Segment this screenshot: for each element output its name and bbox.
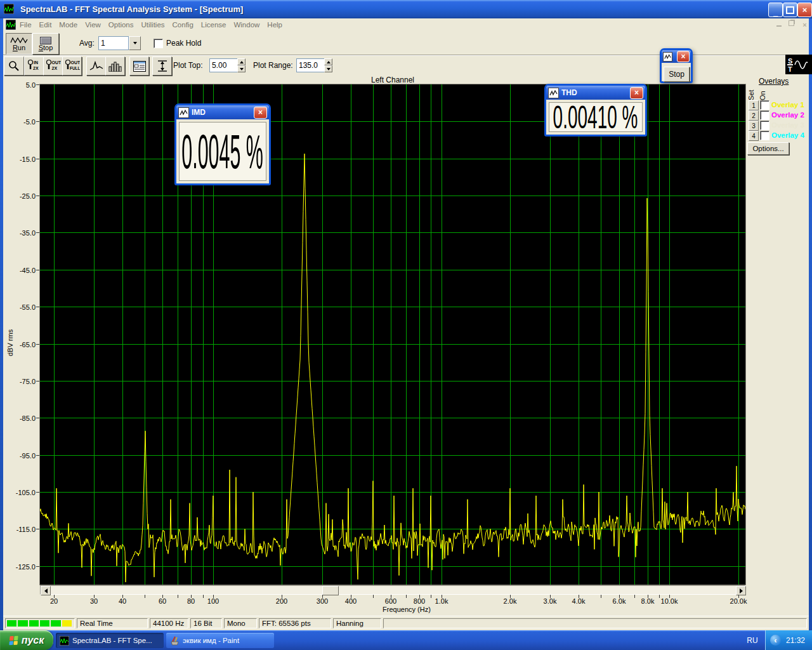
taskbar-clock[interactable]: 21:32 xyxy=(786,636,805,645)
scroll-left-icon[interactable] xyxy=(41,586,51,595)
zoom-in-2x-icon: IN 2X xyxy=(27,59,41,73)
stop-window-titlebar[interactable]: × xyxy=(662,50,691,63)
close-button[interactable]: × xyxy=(797,3,812,17)
peak-hold-checkbox[interactable] xyxy=(154,39,163,48)
histogram-bars-icon xyxy=(108,61,122,72)
menu-file[interactable]: File xyxy=(20,21,32,29)
y-tick-label: -125.0 xyxy=(6,563,36,571)
plot-top-spinner[interactable] xyxy=(237,58,246,72)
vertical-scale-button[interactable] xyxy=(152,56,172,76)
overlay-4-set-button[interactable]: 4 xyxy=(749,131,759,141)
menu-license[interactable]: License xyxy=(201,21,226,29)
overlay-3-set-button[interactable]: 3 xyxy=(749,121,759,131)
y-tick-label: -85.0 xyxy=(6,415,36,422)
zoom-button[interactable] xyxy=(4,56,24,76)
desktop: SpectraLAB - FFT Spectral Analysis Syste… xyxy=(0,0,812,650)
plot-top-input[interactable]: 5.00 xyxy=(209,58,239,72)
menu-view[interactable]: View xyxy=(85,21,101,29)
x-tick-label: 100 xyxy=(199,597,228,605)
language-indicator[interactable]: RU xyxy=(742,630,763,650)
stop-window: × Stop xyxy=(660,48,693,83)
status-mode: Real Time xyxy=(77,618,148,628)
line-plot-mode-button[interactable] xyxy=(86,56,106,76)
mdi-minimize-icon[interactable] xyxy=(774,21,783,29)
status-fft-size: FFT: 65536 pts xyxy=(259,618,331,628)
overlay-2-checkbox[interactable] xyxy=(760,110,769,120)
display-options-button[interactable] xyxy=(129,56,149,76)
x-tick-label: 20.0k xyxy=(724,597,753,605)
task-label: SpectraLAB - FFT Spe... xyxy=(72,637,152,644)
y-tick-label: -65.0 xyxy=(6,341,36,348)
run-button[interactable]: Run xyxy=(6,33,32,55)
overlay-2-set-button[interactable]: 2 xyxy=(749,110,759,121)
stop-window-close-icon[interactable]: × xyxy=(677,51,690,62)
overlay-3-checkbox[interactable] xyxy=(760,121,769,130)
properties-window-icon xyxy=(133,61,146,72)
thd-value: 0.00410 % xyxy=(553,102,638,132)
window-title: SpectraLAB - FFT Spectral Analysis Syste… xyxy=(20,4,243,14)
x-tickmark xyxy=(373,595,374,598)
overlays-title: Overlays xyxy=(759,77,789,86)
y-tick-label: -15.0 xyxy=(6,156,36,163)
y-tick-label: -35.0 xyxy=(6,229,36,237)
y-tick-label: -75.0 xyxy=(6,378,36,385)
start-button[interactable]: пуск xyxy=(0,630,53,650)
thd-close-icon[interactable]: × xyxy=(630,87,643,99)
zoom-in-2x-button[interactable]: IN 2X xyxy=(24,56,44,76)
menu-help[interactable]: Help xyxy=(267,21,282,29)
svg-text:S: S xyxy=(788,57,792,65)
y-tickmark xyxy=(36,492,39,493)
menu-config[interactable]: Config xyxy=(173,21,193,29)
menu-options[interactable]: Options xyxy=(108,21,134,29)
mdi-restore-icon[interactable] xyxy=(787,20,796,28)
plot-range-input[interactable]: 135.0 xyxy=(296,58,325,72)
overlay-1-checkbox[interactable] xyxy=(760,100,769,110)
maximize-button[interactable] xyxy=(783,3,797,17)
y-tickmark xyxy=(36,84,39,85)
taskbar-item-paint[interactable]: эквик имд - Paint xyxy=(166,633,274,648)
y-tick-label: -95.0 xyxy=(6,452,36,460)
thd-value-panel: 0.00410 % xyxy=(549,102,643,132)
taskbar-item-spectralab[interactable]: SpectraLAB - FFT Spe... xyxy=(56,633,164,648)
mdi-close-icon[interactable]: × xyxy=(800,22,809,29)
avg-combobox[interactable]: 1 xyxy=(98,36,141,50)
menu-edit[interactable]: Edit xyxy=(39,21,52,29)
scrollbar-thumb[interactable] xyxy=(322,586,339,595)
menu-mode[interactable]: Mode xyxy=(59,21,77,29)
plot-hscrollbar[interactable] xyxy=(40,585,745,595)
plot-range-label: Plot Range: xyxy=(253,61,293,70)
avg-dropdown-icon[interactable] xyxy=(129,36,141,50)
plot-range-spinner[interactable] xyxy=(324,58,332,72)
y-tick-label: 5.0 xyxy=(6,81,36,89)
status-channels: Mono xyxy=(224,618,257,628)
overlays-options-button[interactable]: Options... xyxy=(747,142,789,155)
plot-top-spin-up-icon[interactable] xyxy=(237,58,246,65)
y-tick-label: -25.0 xyxy=(6,192,36,200)
bar-plot-mode-button[interactable] xyxy=(105,56,125,76)
plot-range-spin-up-icon[interactable] xyxy=(324,58,332,65)
menu-utilities[interactable]: Utilities xyxy=(141,21,165,29)
spectrum-plot[interactable] xyxy=(39,84,746,585)
menu-window[interactable]: Window xyxy=(233,21,259,29)
tray-chevron-icon[interactable]: ‹ xyxy=(770,635,781,646)
channel-title: Left Channel xyxy=(202,76,583,84)
overlay-4-checkbox[interactable] xyxy=(760,131,769,140)
overlay-1-set-button[interactable]: 1 xyxy=(749,100,759,110)
level-block xyxy=(7,620,16,627)
zoom-out-full-button[interactable]: OUT FULL xyxy=(62,56,82,76)
stop-window-button[interactable]: Stop xyxy=(664,67,690,82)
level-block xyxy=(62,620,72,627)
thd-titlebar[interactable]: THD × xyxy=(546,86,645,100)
avg-value[interactable]: 1 xyxy=(98,36,129,50)
scroll-right-icon[interactable] xyxy=(736,586,746,595)
y-tick-label: -105.0 xyxy=(6,489,36,496)
zoom-out-2x-button[interactable]: OUT 2X xyxy=(43,56,63,76)
plot-range-spin-down-icon[interactable] xyxy=(324,65,332,72)
window-titlebar[interactable]: SpectraLAB - FFT Spectral Analysis Syste… xyxy=(0,0,812,18)
generator-icon[interactable]: S T xyxy=(785,55,812,74)
imd-close-icon[interactable]: × xyxy=(254,107,267,119)
plot-top-spin-down-icon[interactable] xyxy=(237,65,246,72)
imd-titlebar[interactable]: IMD × xyxy=(176,105,269,119)
minimize-button[interactable]: _ xyxy=(768,3,783,17)
stop-button[interactable]: Stop xyxy=(32,33,59,55)
